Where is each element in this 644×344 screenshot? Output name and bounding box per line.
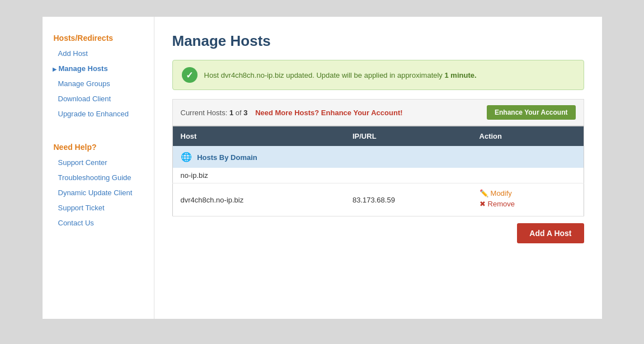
group-row-cell: 🌐 Hosts By Domain (172, 146, 584, 168)
table-row: dvr4ch8ch.no-ip.biz 83.173.68.59 ✏️Modif… (172, 183, 584, 216)
success-text: Host dvr4ch8ch.no-ip.biz updated. Update… (204, 71, 477, 79)
action-cell: ✏️Modify ✖Remove (472, 183, 584, 216)
current-hosts-label: Current Hosts: (181, 109, 228, 117)
add-host-wrapper: Add A Host (172, 223, 584, 243)
globe-icon: 🌐 (181, 152, 192, 162)
remove-link[interactable]: ✖Remove (480, 200, 576, 208)
sidebar-item-troubleshooting[interactable]: Troubleshooting Guide (43, 170, 154, 185)
sidebar-item-add-host[interactable]: Add Host (43, 46, 154, 61)
hosts-table: Host IP/URL Action 🌐 Hosts By Domain no-… (172, 126, 584, 216)
remove-icon: ✖ (480, 200, 486, 208)
sidebar-item-dynamic-update[interactable]: Dynamic Update Client (43, 185, 154, 200)
table-header-row: Host IP/URL Action (172, 126, 584, 147)
of-word: of (236, 109, 242, 117)
domain-label-row: no-ip.biz (172, 168, 584, 183)
sidebar-item-manage-hosts[interactable]: Manage Hosts (43, 61, 154, 76)
col-action: Action (472, 126, 584, 147)
sidebar-item-support-ticket[interactable]: Support Ticket (43, 200, 154, 215)
host-cell: dvr4ch8ch.no-ip.biz (172, 183, 345, 216)
col-ip: IP/URL (345, 126, 472, 147)
col-host: Host (172, 126, 345, 147)
sidebar-section-hosts: Hosts/Redirects (43, 28, 154, 46)
sidebar-item-manage-groups[interactable]: Manage Groups (43, 76, 154, 91)
total-hosts: 3 (243, 109, 247, 117)
need-more-text: Need More Hosts? Enhance Your Account! (255, 109, 402, 117)
domain-label-cell: no-ip.biz (172, 168, 584, 183)
sidebar-item-upgrade-enhanced[interactable]: Upgrade to Enhanced (43, 106, 154, 121)
sidebar-item-support-center[interactable]: Support Center (43, 155, 154, 170)
success-icon (182, 67, 198, 83)
ip-cell: 83.173.68.59 (345, 183, 472, 216)
page-title: Manage Hosts (172, 32, 584, 50)
hosts-bar-info: Current Hosts: 1 of 3 Need More Hosts? E… (181, 109, 403, 117)
sidebar-item-contact-us[interactable]: Contact Us (43, 215, 154, 230)
group-row: 🌐 Hosts By Domain (172, 146, 584, 168)
enhance-account-button[interactable]: Enhance Your Account (487, 105, 575, 120)
main-content: Manage Hosts Host dvr4ch8ch.no-ip.biz up… (154, 17, 602, 319)
sidebar: Hosts/Redirects Add Host Manage Hosts Ma… (43, 17, 154, 319)
success-banner: Host dvr4ch8ch.no-ip.biz updated. Update… (172, 60, 584, 90)
sidebar-item-download-client[interactable]: Download Client (43, 91, 154, 106)
edit-icon: ✏️ (480, 189, 488, 197)
modify-link[interactable]: ✏️Modify (480, 189, 576, 197)
current-hosts-count: 1 (229, 109, 233, 117)
add-host-button[interactable]: Add A Host (517, 223, 584, 243)
sidebar-section-help: Need Help? (43, 137, 154, 155)
hosts-bar: Current Hosts: 1 of 3 Need More Hosts? E… (172, 99, 584, 126)
group-label: Hosts By Domain (197, 153, 257, 162)
